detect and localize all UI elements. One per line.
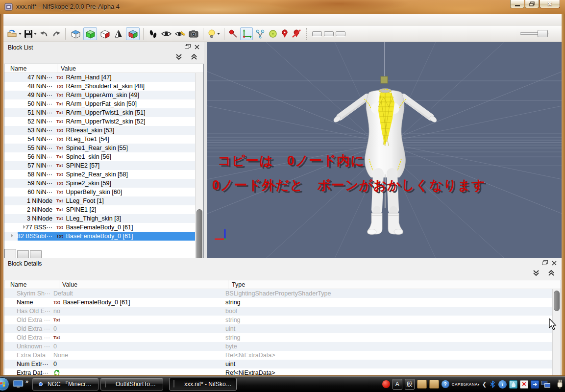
solid-mode-button[interactable] — [83, 27, 97, 40]
node-handle[interactable] — [381, 76, 388, 83]
block-list-row[interactable]: 49 NiN··· Txt RArm_UpperArm_skin [49] — [4, 91, 195, 99]
column-header-type[interactable]: Type — [228, 280, 561, 289]
caps-kana-indicator[interactable]: CAPS ⧉ KANA ▾ — [452, 382, 480, 387]
taskbar-button[interactable]: xxx.nif* - NifSkop... — [169, 378, 237, 391]
menu-item[interactable] — [15, 19, 24, 21]
collapse-all-button[interactable] — [173, 53, 184, 61]
block-list-row[interactable]: 3 NiNode Txt LLeg_Thigh_skin [3] — [4, 214, 195, 223]
titlebar[interactable]: xxx.nif* - NifSkope 2.0.0 Pre-Alpha 4 ✕ — [0, 0, 565, 14]
dock-toggle-button[interactable] — [336, 31, 345, 36]
block-list-row[interactable]: 53 NiN··· Txt RBreast_skin [53] — [4, 126, 195, 135]
show-axes-button[interactable] — [240, 27, 253, 40]
backface-mode-button[interactable] — [98, 27, 111, 40]
show-hidden-button[interactable] — [160, 27, 172, 40]
menu-item[interactable] — [33, 19, 42, 21]
detail-row[interactable]: Unknown ··· 0 byte — [4, 342, 552, 351]
expand-arrow-icon[interactable] — [11, 234, 13, 238]
block-list-row[interactable]: 51 NiN··· Txt RArm_UpperTwist1_skin [51] — [4, 108, 195, 117]
detail-row[interactable]: Num Extr··· 0 uint — [4, 360, 552, 368]
screenshot-button[interactable] — [188, 27, 199, 40]
restore-button[interactable] — [525, 0, 539, 8]
dock-tab[interactable] — [30, 250, 42, 258]
undo-button[interactable] — [39, 27, 49, 40]
float-panel-icon[interactable] — [185, 44, 191, 49]
input-switch-icon[interactable]: ➜ — [531, 380, 539, 389]
edit-visibility-button[interactable] — [174, 27, 186, 40]
ime-mode-button[interactable]: A — [393, 379, 402, 390]
detail-row[interactable]: Skyrim Sh··· Default BSLightingShaderPro… — [4, 289, 552, 298]
show-markers-button[interactable] — [280, 27, 290, 40]
expand-all-button[interactable] — [546, 269, 557, 277]
ime-general-button[interactable]: 般 — [405, 379, 415, 390]
minimize-button[interactable] — [510, 0, 524, 8]
dock-tab[interactable] — [17, 250, 29, 258]
open-button[interactable] — [6, 27, 22, 40]
taskbar-button[interactable]: OutfitShortTop.nif... — [100, 378, 163, 391]
toolbar-menu-label[interactable] — [348, 32, 358, 36]
block-list-row[interactable]: 52 NiN··· Txt RArm_UpperTwist2_skin [52] — [4, 117, 195, 126]
detail-row[interactable]: Old Extra ··· Txt string — [4, 333, 552, 342]
refresh-icon[interactable] — [53, 369, 60, 375]
save-button[interactable] — [24, 27, 37, 40]
block-list-row[interactable]: 55 NiN··· Txt Spine1_Rear_skin [55] — [4, 144, 195, 152]
expand-arrow-icon[interactable] — [23, 225, 25, 229]
toolbar-menu-label[interactable] — [358, 32, 368, 36]
slider-handle[interactable] — [538, 30, 548, 37]
lighting-dropdown-caret[interactable] — [217, 33, 220, 35]
redo-button[interactable] — [51, 27, 62, 40]
block-list-row[interactable]: 2 NiNode Txt SPINE1 [2] — [4, 205, 195, 214]
ime-ball-icon[interactable] — [382, 380, 390, 388]
dock-toggle-button[interactable] — [312, 31, 322, 36]
column-header-name[interactable]: Name — [4, 64, 57, 73]
vertex-probe-button[interactable] — [228, 27, 239, 40]
menu-item[interactable] — [24, 19, 33, 21]
block-list-row[interactable]: 59 NiN··· Txt Spine2_skin [59] — [4, 179, 195, 188]
expand-all-button[interactable] — [189, 53, 199, 61]
menu-item[interactable] — [50, 19, 59, 21]
open-dropdown-caret[interactable] — [19, 33, 22, 35]
dock-tab[interactable] — [4, 249, 16, 258]
hide-markers-button[interactable] — [291, 27, 302, 40]
block-list-row[interactable]: 54 NiN··· Txt RLeg_Toe1 [54] — [4, 135, 195, 144]
detail-row[interactable]: Old Extra ··· 0 uint — [4, 324, 552, 333]
float-panel-icon[interactable] — [542, 260, 548, 266]
normals-button[interactable] — [113, 27, 124, 40]
utility-icon[interactable] — [509, 380, 517, 389]
menu-item[interactable] — [6, 19, 15, 21]
detail-row[interactable]: Name Txt BaseFemaleBody_0 [61] string — [4, 298, 552, 307]
detail-row[interactable]: Extra Dat··· Ref<NiExtraData> — [4, 368, 552, 375]
scrollbar-thumb[interactable] — [554, 291, 560, 311]
dock-toggle-button[interactable] — [324, 31, 334, 36]
block-list-row[interactable]: 60 NiN··· Txt UpperBelly_skin [60] — [4, 188, 195, 196]
animation-play-button[interactable] — [147, 27, 159, 40]
ime-palette-icon[interactable] — [417, 380, 427, 389]
network-disconnected-icon[interactable]: ✕ — [520, 380, 528, 389]
close-panel-icon[interactable] — [552, 261, 557, 266]
show-desktop-icon[interactable] — [13, 380, 24, 388]
block-details-scrollbar[interactable] — [552, 289, 561, 375]
column-header-name[interactable]: Name — [4, 280, 59, 289]
viewport[interactable]: コピーは 0ノード内に 0ノード外だと ボーンがおかしくなります — [207, 42, 562, 258]
block-list-row[interactable]: 56 NiN··· Txt Spine1_skin [56] — [4, 152, 195, 161]
toolbar-menu-label[interactable] — [368, 32, 377, 36]
collapse-all-button[interactable] — [531, 269, 541, 277]
taskbar-button[interactable]: NGC 『Minecraft: ... — [32, 378, 98, 391]
quick-launch-overflow-chevron[interactable]: » — [25, 378, 28, 384]
info-icon[interactable]: i — [498, 380, 507, 389]
close-button[interactable]: ✕ — [540, 0, 560, 8]
show-collision-button[interactable] — [268, 27, 278, 40]
ime-toolbox-icon[interactable] — [429, 380, 439, 389]
bluetooth-icon[interactable] — [489, 380, 496, 388]
detail-row[interactable]: Extra Data None Ref<NiExtraData> — [4, 351, 552, 360]
hidden-icons-chevron[interactable]: ❮ — [482, 381, 487, 388]
lighting-button[interactable] — [207, 27, 221, 40]
column-header-value[interactable]: Value — [57, 64, 203, 73]
dual-monitor-icon[interactable] — [541, 381, 550, 388]
block-list-row[interactable]: 48 NiN··· Txt RArm_ShoulderFat_skin [48] — [4, 82, 195, 91]
show-nodes-button[interactable] — [254, 27, 266, 40]
textured-mode-button[interactable] — [126, 27, 140, 40]
detail-row[interactable]: Has Old E··· no bool — [4, 307, 552, 316]
column-header-value[interactable]: Value — [59, 280, 228, 289]
block-list-row[interactable]: 57 NiN··· Txt SPINE2 [57] — [4, 161, 195, 170]
block-list-row[interactable]: 50 NiN··· Txt RArm_UpperFat_skin [50] — [4, 99, 195, 108]
